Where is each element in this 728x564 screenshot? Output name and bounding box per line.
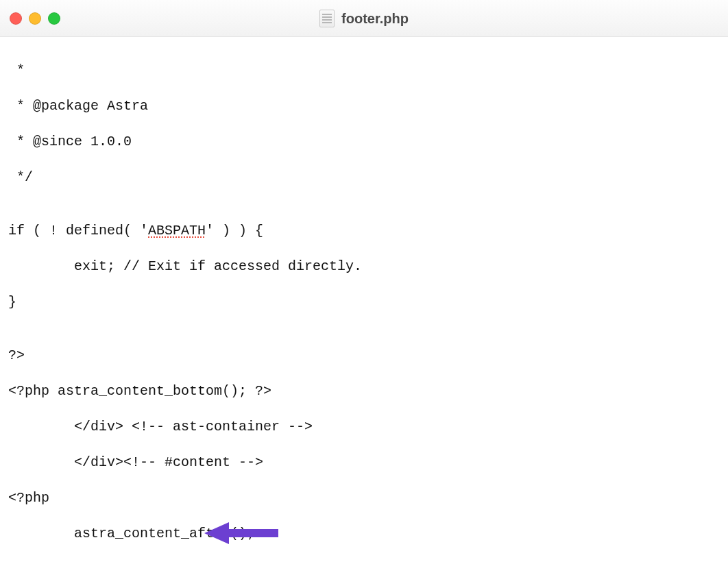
code-line: astra_content_after(); (74, 525, 255, 543)
code-line: */ (8, 169, 33, 186)
code-line: exit; // Exit if accessed directly. (74, 258, 362, 275)
code-line: * @package Astra (8, 97, 148, 115)
code-line: } (8, 293, 16, 311)
editor-pane[interactable]: * * @package Astra * @since 1.0.0 */ if … (0, 37, 728, 564)
traffic-lights (10, 12, 60, 25)
spellcheck-underline: ABSPATH (148, 222, 206, 240)
code-line: ?> (8, 347, 25, 365)
document-icon (319, 10, 335, 27)
code-line: <?php (8, 489, 49, 507)
code-line: * @since 1.0.0 (8, 133, 132, 151)
minimize-icon[interactable] (29, 12, 41, 25)
window-title: footer.php (0, 10, 728, 27)
zoom-icon[interactable] (48, 12, 60, 25)
window-title-text: footer.php (341, 10, 409, 27)
window-titlebar: footer.php (0, 0, 728, 37)
code-line: * (8, 62, 25, 79)
code-line: ' ) ) { (206, 222, 263, 240)
close-icon[interactable] (10, 12, 22, 25)
code-line: <?php astra_content_bottom(); ?> (8, 382, 271, 400)
code-line: if ( ! defined( ' (8, 222, 148, 240)
code-line: </div><!-- #content --> (74, 454, 263, 471)
code-line: </div> <!-- ast-container --> (74, 418, 313, 436)
